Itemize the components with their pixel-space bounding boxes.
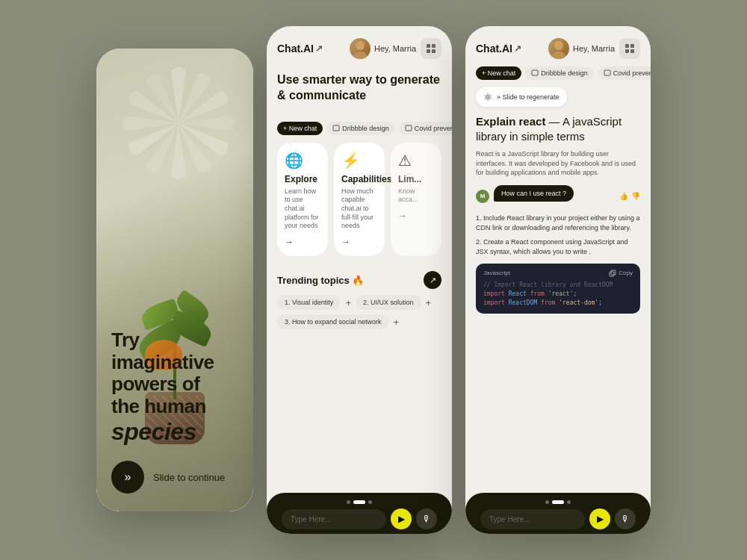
card3-tab-new-chat-label: + New chat — [482, 69, 515, 77]
trending-section: Trending topics 🔥 ↗ 1. Visual identity +… — [267, 265, 452, 335]
card3-nav-dot-2 — [552, 500, 564, 504]
feature-capabilities[interactable]: ⚡ Capabilities How much capable chat.ai … — [334, 143, 385, 256]
code-block: Javascript Copy // Import React library … — [476, 264, 640, 314]
explore-desc: Learn how to use chat.ai platform for yo… — [285, 187, 320, 231]
phone-card-2: Chat.AI ↗ Hey, Marria Use smarter way to… — [267, 26, 452, 534]
card2-greeting: Hey, Marria — [374, 44, 416, 53]
topic-uiux-plus[interactable]: + — [426, 297, 432, 308]
capabilities-arrow-icon: → — [341, 237, 377, 247]
card3-input[interactable]: Type Here... — [480, 509, 585, 529]
title-line3: powers of — [111, 373, 199, 395]
card2-header-right: Hey, Marria — [350, 38, 441, 59]
nav-dot-3 — [368, 500, 372, 504]
card3-header-right: Hey, Marria — [548, 38, 640, 59]
code-import-react: import React from 'react'; — [483, 290, 633, 299]
card3-tab-covid[interactable]: Covid prevention — [598, 66, 651, 80]
card3-tabs: + New chat Dribbble design Covid prevent… — [465, 66, 651, 87]
card1-title-block: Try imaginative powers of the human spec… — [96, 317, 253, 452]
thumbs-up-icon[interactable]: 👍 — [619, 192, 628, 200]
svg-rect-16 — [610, 272, 614, 276]
tab-covid-label: Covid prevention — [415, 125, 452, 132]
title-line2: imaginative — [111, 351, 214, 373]
card3-mic-button[interactable]: 🎙 — [615, 508, 636, 529]
code-header: Javascript Copy — [483, 270, 633, 277]
svg-point-8 — [554, 41, 563, 50]
topic-social-plus[interactable]: + — [394, 317, 400, 328]
trending-title: Trending topics 🔥 — [277, 275, 364, 286]
svg-rect-11 — [630, 44, 634, 48]
slide-continue-button[interactable]: » — [111, 461, 144, 494]
svg-rect-14 — [532, 70, 538, 75]
svg-point-1 — [353, 52, 367, 59]
feature-limitations[interactable]: ⚠ Lim... Know acca... → — [391, 143, 441, 256]
limitations-desc: Know acca... — [398, 187, 434, 205]
card2-input-row: Type Here... ▶ 🎙 — [282, 508, 437, 529]
tab-dribbble[interactable]: Dribbble design — [326, 122, 395, 135]
svg-rect-13 — [630, 49, 634, 53]
title-line1: Try — [111, 329, 140, 351]
card2-mic-button[interactable]: 🎙 — [416, 508, 437, 529]
copy-button[interactable]: Copy — [609, 270, 633, 277]
card3-nav-dot-3 — [567, 500, 571, 504]
card3-tab-new-chat[interactable]: + New chat — [476, 66, 521, 80]
card1-footer: » Slide to continue — [96, 452, 253, 511]
slide-arrow-icon: » — [125, 470, 131, 484]
card3-input-row: Type Here... ▶ 🎙 — [480, 508, 636, 529]
regen-label: » Slide to regenerate — [497, 93, 560, 101]
card2-bottom-nav: Type Here... ▶ 🎙 — [267, 493, 452, 534]
regen-button[interactable]: ⚛ » Slide to regenerate — [476, 87, 567, 107]
svg-point-9 — [552, 52, 565, 59]
code-comment-line: // Import React library and ReactDOM — [483, 281, 633, 290]
card3-nav-dot-1 — [545, 500, 549, 504]
topic-uiux[interactable]: 2. UI/UX solution — [356, 295, 421, 310]
topic-row-1: 1. Visual identity + 2. UI/UX solution + — [277, 295, 441, 310]
card2-hero-title: Use smarter way to generate & communicat… — [277, 72, 441, 104]
svg-rect-17 — [611, 270, 616, 275]
card3-avatar — [548, 38, 569, 59]
card3-content: ⚛ » Slide to regenerate Explain react — … — [465, 87, 651, 493]
topic-visual-identity-plus[interactable]: + — [345, 297, 351, 308]
card3-input-placeholder: Type Here... — [489, 515, 530, 523]
svg-rect-2 — [427, 44, 430, 48]
card2-header: Chat.AI ↗ Hey, Marria — [267, 26, 452, 66]
card3-nav-dots — [545, 500, 571, 504]
svg-rect-10 — [625, 44, 629, 48]
answer-steps: 1. Include React library in your project… — [476, 214, 640, 258]
topic-visual-identity[interactable]: 1. Visual identity — [277, 295, 341, 310]
card3-menu-button[interactable] — [619, 38, 640, 59]
card3-avatar-area: Hey, Marria — [548, 38, 615, 59]
pinwheel-icon — [111, 56, 246, 190]
svg-rect-5 — [432, 49, 436, 53]
explore-title: Explore — [285, 174, 320, 184]
card3-send-button[interactable]: ▶ — [589, 508, 610, 529]
code-language: Javascript — [483, 270, 510, 276]
card2-input[interactable]: Type Here... — [282, 509, 386, 529]
tab-covid[interactable]: Covid prevention — [399, 122, 452, 135]
card2-menu-button[interactable] — [421, 38, 441, 59]
svg-rect-12 — [625, 49, 629, 53]
card2-send-button[interactable]: ▶ — [391, 508, 412, 529]
logo-arrow-icon: ↗ — [315, 43, 323, 54]
tab-new-chat[interactable]: + New chat — [277, 122, 323, 135]
trending-header: Trending topics 🔥 ↗ — [277, 271, 441, 289]
answer-step-1: 1. Include React library in your project… — [476, 214, 640, 234]
svg-point-0 — [356, 41, 365, 50]
thumbs-down-icon[interactable]: 👎 — [631, 192, 640, 200]
phone-card-1: Try imaginative powers of the human spec… — [96, 49, 253, 511]
card3-bottom-nav: Type Here... ▶ 🎙 — [465, 493, 651, 534]
card3-answer-title: Explain react — A javaScript library in … — [476, 114, 640, 143]
card3-answer-desc: React is a JavaScript library for buildi… — [476, 149, 640, 178]
topic-social[interactable]: 3. How to expand social network — [277, 314, 389, 329]
slide-label: Slide to continue — [153, 472, 225, 483]
tab-new-chat-label: + New chat — [283, 125, 317, 132]
topic-visual-identity-label: 1. Visual identity — [285, 299, 333, 306]
trending-more-button[interactable]: ↗ — [424, 271, 441, 289]
feature-explore[interactable]: 🌐 Explore Learn how to use chat.ai platf… — [277, 143, 328, 256]
question-bubble: How can I use react ? — [494, 185, 574, 202]
card3-tab-dribbble-label: Dribbble design — [541, 69, 588, 77]
nav-dots — [347, 500, 372, 504]
card3-logo-text: Chat.AI — [476, 43, 512, 55]
card3-tab-dribbble[interactable]: Dribbble design — [525, 66, 594, 80]
card3-tab-covid-label: Covid prevention — [613, 69, 651, 77]
phone-card-3: Chat.AI ↗ Hey, Marria + New chat Dribbbl… — [465, 26, 651, 534]
